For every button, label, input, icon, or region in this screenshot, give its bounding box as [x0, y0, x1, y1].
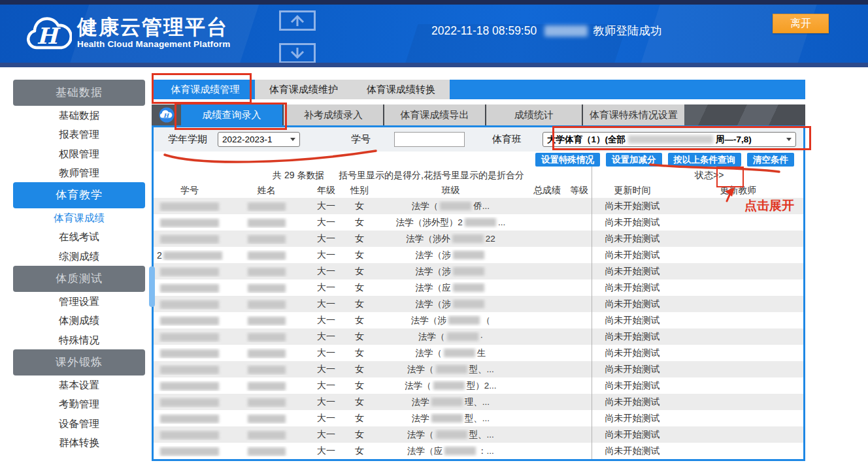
sidebar-section-header[interactable]: 体育教学 [13, 182, 145, 208]
action-button[interactable]: 设置特殊情况 [535, 153, 600, 167]
sidebar-item[interactable]: 报表管理 [13, 125, 145, 144]
cell-gender: 女 [345, 233, 374, 245]
sidebar-section-header[interactable]: 基础数据 [13, 80, 145, 106]
class-text-suffix: 22 [486, 234, 495, 244]
student-id-input[interactable] [394, 132, 465, 147]
table-row[interactable]: 大一女法学（涉尚未开始测试 [154, 296, 803, 312]
table-row[interactable]: 2大一女法学（涉尚未开始测试 [154, 247, 803, 263]
redacted-name [248, 268, 286, 276]
sidebar-item[interactable]: 在线考试 [13, 227, 145, 246]
sidebar-section-header[interactable]: 课外锻炼 [13, 349, 145, 375]
tab-secondary[interactable]: 成绩查询录入 [181, 104, 282, 125]
cell-grade: 大一 [307, 396, 345, 408]
sidebar-item[interactable]: 设备管理 [13, 414, 145, 433]
class-text-prefix: 法学（应 [407, 446, 442, 456]
sidebar-item[interactable]: 基础数据 [13, 106, 145, 125]
tab-primary[interactable]: 体育课成绩转换 [352, 80, 450, 99]
cell-student-id [154, 299, 225, 310]
sidebar-item[interactable]: 权限管理 [13, 144, 145, 163]
cell-class: 法学（应 [374, 282, 527, 294]
table-row[interactable]: 大一女法学（生尚未开始测试 [154, 345, 803, 361]
term-select[interactable]: 2022-2023-1 [218, 132, 300, 147]
sidebar-item[interactable]: 体测成绩 [13, 311, 145, 330]
sidebar-item[interactable]: 综测成绩 [13, 247, 145, 266]
table-row[interactable]: 大一女法学（应尚未开始测试 [154, 279, 803, 296]
table-row[interactable]: 大一女法学（侨...尚未开始测试 [154, 198, 803, 214]
cell-grade: 大一 [307, 249, 345, 261]
cell-class: 法学（涉 [374, 266, 527, 278]
table-header-row: 学号姓名年级性别班级总成绩等级更新时间更新教师 [154, 183, 803, 198]
cell-grade: 大一 [307, 282, 345, 294]
cell-name [225, 266, 307, 277]
tab-primary[interactable]: 体育课成绩维护 [255, 80, 352, 99]
action-button[interactable]: 清空条件 [747, 153, 794, 167]
cell-class: 法学（涉 [374, 249, 527, 261]
tab-secondary[interactable]: 体育课特殊情况设置 [582, 104, 684, 125]
svg-text:H: H [37, 23, 61, 49]
table-row[interactable]: 大一女法学（涉（尚未开始测试 [154, 312, 803, 328]
sidebar-item[interactable]: 体育课成绩 [13, 208, 145, 227]
top-navy-strip [0, 0, 868, 5]
cell-name [225, 250, 307, 261]
status-expander[interactable]: 状态>> [695, 170, 724, 182]
table-row[interactable]: 大一女法学（涉外22尚未开始测试 [154, 231, 803, 247]
cell-update-time: 尚未开始测试 [592, 331, 673, 343]
class-text-suffix: 侨... [473, 201, 490, 211]
header-bottom-strip [0, 63, 868, 67]
sidebar-item[interactable]: 基本设置 [13, 375, 145, 394]
action-button[interactable]: 按以上条件查询 [668, 153, 742, 167]
tab-primary[interactable]: 体育课成绩管理 [156, 80, 255, 99]
status-expander-arrows[interactable]: >> [713, 170, 724, 180]
student-id-prefix: 2 [157, 250, 162, 261]
table-row[interactable]: 大一女法学（型、...尚未开始测试 [154, 426, 803, 443]
class-text-suffix: 型、... [469, 364, 494, 374]
sidebar-item[interactable]: 特殊情况 [13, 330, 145, 349]
redacted-class [452, 234, 484, 243]
sidebar-item[interactable]: 群体转换 [13, 433, 145, 452]
tab-secondary[interactable]: 补考成绩录入 [282, 104, 383, 125]
class-text-prefix: 法学（ [412, 201, 439, 211]
action-button[interactable]: 设置加减分 [606, 153, 662, 167]
leave-button[interactable]: 离开 [773, 14, 829, 33]
cell-update-time: 尚未开始测试 [592, 266, 673, 278]
cell-student-id [154, 397, 225, 407]
cell-class: 法学理、... [374, 396, 527, 408]
table-row[interactable]: 大一女法学（型、...尚未开始测试 [154, 361, 803, 377]
class-text-suffix: 型、... [469, 430, 494, 439]
cell-update-time: 尚未开始测试 [592, 217, 673, 229]
redacted-student-id [160, 284, 219, 293]
cell-class: 法学（型）2... [374, 380, 527, 392]
class-select[interactable]: 大学体育（1）(全部 周—-7,8) [542, 132, 796, 147]
redacted-student-id [160, 317, 219, 325]
cell-student-id [154, 446, 225, 456]
cell-grade: 大一 [307, 380, 345, 392]
sidebar-item[interactable]: 考勤管理 [13, 394, 145, 413]
up-arrow-button[interactable] [279, 10, 316, 31]
class-text-prefix: 法学（涉外型）2 [396, 217, 463, 227]
chevron-down-icon [290, 138, 295, 141]
cell-name [225, 283, 307, 293]
table-row[interactable]: 大一女法学（应：...尚未开始测试 [154, 443, 803, 459]
table-row[interactable]: 大一女法学（涉外型）2...尚未开始测试 [154, 214, 803, 231]
sidebar-item[interactable]: 管理设置 [13, 292, 145, 311]
tab-secondary[interactable]: 成绩统计 [485, 104, 582, 125]
redacted-student-id [160, 382, 219, 391]
table-row[interactable]: 大一女法学理、...尚未开始测试 [154, 394, 803, 410]
column-header: 班级 [374, 185, 527, 197]
tab-secondary[interactable]: 体育课成绩导出 [383, 104, 485, 125]
cell-name [225, 348, 307, 359]
redacted-student-id [160, 431, 219, 439]
secondary-tab-bar: H 成绩查询录入补考成绩录入体育课成绩导出成绩统计体育课特殊情况设置 [152, 104, 805, 125]
sidebar-item[interactable]: 教师管理 [13, 163, 145, 182]
down-arrow-button[interactable] [279, 43, 316, 63]
redacted-class [447, 332, 478, 341]
redacted-student-id [160, 268, 219, 276]
class-text-suffix: ：... [478, 446, 494, 456]
table-row[interactable]: 大一女法学（·尚未开始测试 [154, 328, 803, 345]
left-scrollbar-thumb[interactable] [149, 266, 155, 307]
table-row[interactable]: 大一女法学型、...尚未开始测试 [154, 410, 803, 426]
table-row[interactable]: 大一女法学（涉尚未开始测试 [154, 263, 803, 279]
table-row[interactable]: 大一女法学（型）2...尚未开始测试 [154, 377, 803, 394]
sidebar-section-header[interactable]: 体质测试 [13, 266, 145, 292]
class-text-suffix: 理、... [465, 397, 490, 407]
